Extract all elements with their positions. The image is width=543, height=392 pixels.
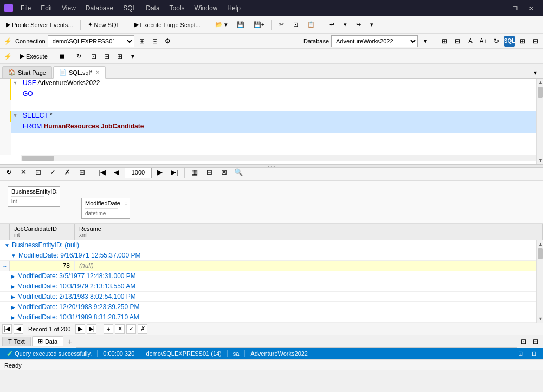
col-view-btn[interactable]: ⊟	[203, 166, 216, 178]
h-scrollbar[interactable]	[21, 155, 536, 161]
results-prev-btn[interactable]: ◀	[110, 166, 123, 178]
xml-view-btn[interactable]: ⊠	[217, 166, 230, 178]
expand-modified-5[interactable]: ▶	[11, 304, 15, 310]
menu-sql[interactable]: SQL	[119, 3, 140, 13]
undo-dropdown-button[interactable]: ▾	[340, 19, 351, 30]
redo-dropdown-button[interactable]: ▾	[366, 19, 377, 30]
expand-btn[interactable]: ⊞	[517, 36, 528, 47]
minimize-button[interactable]: —	[491, 3, 506, 14]
menu-edit[interactable]: Edit	[36, 3, 56, 13]
expand-modified-6[interactable]: ▶	[11, 314, 15, 320]
disconnect-btn[interactable]: ⊟	[150, 36, 160, 47]
new-sql-button[interactable]: ✦ New SQL	[84, 19, 124, 30]
connect-btn[interactable]: ⊞	[137, 36, 147, 47]
page-size-input[interactable]	[125, 166, 152, 178]
open-dropdown-button[interactable]: 📂 ▾	[211, 19, 231, 30]
font-size-btn[interactable]: A+	[478, 36, 489, 47]
paste-button[interactable]: 📋	[303, 19, 319, 30]
btab-text[interactable]: T Text	[2, 337, 31, 346]
col-handle[interactable]	[11, 196, 44, 197]
results-stop-btn[interactable]: ✕	[17, 166, 30, 178]
expand-modified-4[interactable]: ▶	[11, 294, 15, 300]
results-btn[interactable]: ⊞	[114, 51, 125, 62]
tab-panel-icon2[interactable]: ⊟	[530, 336, 541, 347]
execute-large-script-button[interactable]: ▶ Execute Large Script...	[131, 19, 204, 30]
tab-sql[interactable]: 📄 SQL.sql* ✕	[53, 66, 106, 79]
undo-button[interactable]: ↩	[326, 19, 338, 30]
extra-btn[interactable]: ▾	[127, 51, 138, 62]
add-tab-button[interactable]: +	[64, 336, 75, 347]
code-line-2[interactable]: GO	[0, 89, 536, 100]
font-btn[interactable]: A	[465, 36, 476, 47]
v-scrollbar[interactable]: ▲ ▼	[536, 79, 543, 164]
group-row-business-entity[interactable]: ▼ BusinessEntityID: (null)	[0, 240, 543, 250]
execute-button[interactable]: ▶ Execute	[15, 51, 53, 61]
collapse-btn[interactable]: ⊟	[530, 36, 541, 47]
nav-cancel-btn[interactable]: ✗	[138, 324, 147, 334]
group-row-modified-2[interactable]: ▶ ModifiedDate: 3/5/1977 12:48:31.000 PM	[0, 271, 543, 281]
collapse-1[interactable]: ▼	[11, 79, 20, 87]
cut-button[interactable]: ✂	[275, 19, 288, 30]
expand-business-entity[interactable]: ▼	[2, 242, 10, 248]
group-row-modified-6[interactable]: ▶ ModifiedDate: 10/31/1989 8:31:20.710 A…	[0, 312, 543, 323]
nav-last-btn[interactable]: ▶|	[87, 324, 96, 334]
expand-modified-1[interactable]: ▼	[11, 253, 16, 259]
collapse-4[interactable]: ▼	[11, 111, 20, 120]
search-btn[interactable]: 🔍	[232, 166, 245, 178]
menu-help[interactable]: Help	[223, 3, 245, 13]
table-view-btn[interactable]: ▦	[188, 166, 201, 178]
database-select[interactable]: AdventureWorks2022	[331, 35, 418, 47]
save-button[interactable]: 💾	[233, 19, 248, 30]
group-row-modified-1[interactable]: ▼ ModifiedDate: 9/16/1971 12:55:37.000 P…	[0, 250, 543, 261]
profile-events-button[interactable]: ▶ Profile Server Events...	[2, 19, 77, 30]
maximize-button[interactable]: ❐	[507, 3, 522, 14]
results-check-btn[interactable]: ✓	[46, 166, 59, 178]
nav-add-btn[interactable]: +	[104, 324, 113, 334]
stop-button[interactable]: ◼	[55, 51, 69, 61]
expand-modified-2[interactable]: ▶	[11, 273, 15, 279]
nav-first-btn[interactable]: |◀	[2, 324, 12, 334]
refresh-schema-btn[interactable]: ↻	[491, 36, 502, 47]
db-dropdown[interactable]: ▾	[420, 36, 431, 47]
sql-mode-btn[interactable]: SQL	[504, 36, 515, 47]
menu-view[interactable]: View	[57, 3, 80, 13]
group-row-modified-5[interactable]: ▶ ModifiedDate: 12/20/1983 9:23:39.250 P…	[0, 302, 543, 312]
code-line-4[interactable]: ▼ SELECT *	[0, 111, 536, 122]
menu-file[interactable]: File	[16, 3, 35, 13]
tab-overflow-btn[interactable]: ▾	[530, 67, 541, 78]
connection-select[interactable]: demo\SQLEXPRESS01	[48, 35, 134, 47]
results-refresh-btn[interactable]: ↻	[2, 166, 15, 178]
status-icon2[interactable]: ⊟	[528, 350, 540, 357]
tab-start-page[interactable]: 🏠 Start Page	[2, 66, 52, 78]
expand-modified-3[interactable]: ▶	[11, 284, 15, 290]
group-row-modified-4[interactable]: ▶ ModifiedDate: 2/13/1983 8:02:54.100 PM	[0, 292, 543, 302]
code-line-5[interactable]: FROM HumanResources.JobCandidate	[0, 122, 536, 133]
save-all-button[interactable]: 💾+	[250, 19, 268, 30]
table-btn[interactable]: ⊟	[101, 51, 112, 62]
redo-button[interactable]: ↪	[352, 19, 365, 30]
col-handle-2[interactable]	[85, 208, 118, 209]
results-diagram-btn[interactable]: ⊡	[31, 166, 44, 178]
btab-data[interactable]: ⊞ Data	[32, 336, 63, 346]
scroll-thumb[interactable]	[538, 87, 543, 98]
results-next-btn[interactable]: ▶	[153, 166, 166, 178]
settings-btn[interactable]: ⚙	[163, 36, 173, 47]
menu-tools[interactable]: Tools	[165, 3, 189, 13]
nav-delete-btn[interactable]: ✕	[115, 324, 125, 334]
refresh-button[interactable]: ↻	[72, 51, 86, 61]
close-button[interactable]: ✕	[523, 3, 539, 14]
menu-data[interactable]: Data	[141, 3, 164, 13]
group-row-modified-3[interactable]: ▶ ModifiedDate: 10/3/1979 2:13:13.550 AM	[0, 281, 543, 292]
data-vscroll[interactable]: ▲ ▼	[536, 240, 543, 323]
explain-btn[interactable]: ⊡	[88, 51, 99, 62]
nav-prev-btn[interactable]: ◀	[14, 324, 23, 334]
results-cancel-btn[interactable]: ✗	[61, 166, 74, 178]
results-first-btn[interactable]: |◀	[95, 166, 108, 178]
menu-window[interactable]: Window	[190, 3, 222, 13]
tab-close-button[interactable]: ✕	[95, 69, 100, 75]
status-icon1[interactable]: ⊡	[515, 350, 526, 357]
code-line-1[interactable]: ▼ USE AdventureWorks2022	[0, 79, 536, 89]
scroll-up[interactable]: ▲	[537, 79, 543, 86]
results-grid-btn[interactable]: ⊞	[75, 166, 88, 178]
nav-next-btn[interactable]: ▶	[75, 324, 85, 334]
